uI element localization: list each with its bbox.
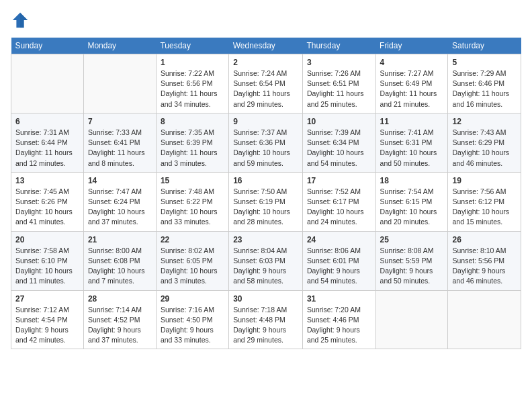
calendar-week-row: 13Sunrise: 7:45 AM Sunset: 6:26 PM Dayli… bbox=[11, 172, 521, 231]
day-number: 20 bbox=[15, 235, 79, 244]
day-number: 10 bbox=[307, 117, 371, 126]
day-number: 13 bbox=[15, 176, 79, 185]
day-info: Sunrise: 7:20 AM Sunset: 4:46 PM Dayligh… bbox=[307, 305, 371, 346]
calendar-cell: 24Sunrise: 8:06 AM Sunset: 6:01 PM Dayli… bbox=[302, 231, 375, 290]
calendar-week-row: 20Sunrise: 7:58 AM Sunset: 6:10 PM Dayli… bbox=[11, 231, 521, 290]
svg-marker-1 bbox=[20, 13, 28, 28]
calendar-cell: 28Sunrise: 7:14 AM Sunset: 4:52 PM Dayli… bbox=[83, 290, 156, 349]
day-info: Sunrise: 8:04 AM Sunset: 6:03 PM Dayligh… bbox=[233, 246, 298, 287]
calendar-cell: 6Sunrise: 7:31 AM Sunset: 6:44 PM Daylig… bbox=[11, 113, 84, 172]
day-number: 30 bbox=[233, 294, 298, 304]
day-number: 14 bbox=[88, 176, 152, 185]
weekday-header: Wednesday bbox=[229, 38, 303, 54]
weekday-header: Sunday bbox=[11, 38, 84, 54]
calendar-week-row: 27Sunrise: 7:12 AM Sunset: 4:54 PM Dayli… bbox=[11, 290, 521, 349]
day-info: Sunrise: 7:29 AM Sunset: 6:46 PM Dayligh… bbox=[452, 68, 517, 109]
calendar-cell bbox=[83, 54, 156, 113]
calendar-cell: 4Sunrise: 7:27 AM Sunset: 6:49 PM Daylig… bbox=[375, 54, 448, 113]
day-number: 19 bbox=[452, 176, 517, 185]
calendar-cell bbox=[11, 54, 84, 113]
day-info: Sunrise: 7:54 AM Sunset: 6:15 PM Dayligh… bbox=[380, 187, 444, 228]
weekday-header: Tuesday bbox=[156, 38, 228, 54]
day-number: 3 bbox=[307, 58, 371, 67]
calendar-cell: 11Sunrise: 7:41 AM Sunset: 6:31 PM Dayli… bbox=[375, 113, 448, 172]
calendar-week-row: 6Sunrise: 7:31 AM Sunset: 6:44 PM Daylig… bbox=[11, 113, 521, 172]
day-info: Sunrise: 7:16 AM Sunset: 4:50 PM Dayligh… bbox=[161, 305, 224, 346]
calendar-cell: 16Sunrise: 7:50 AM Sunset: 6:19 PM Dayli… bbox=[229, 172, 303, 231]
day-info: Sunrise: 8:10 AM Sunset: 5:56 PM Dayligh… bbox=[452, 246, 517, 287]
weekday-header: Saturday bbox=[448, 38, 521, 54]
page-header bbox=[11, 11, 521, 30]
day-number: 24 bbox=[307, 235, 371, 244]
day-number: 15 bbox=[161, 176, 224, 185]
day-number: 16 bbox=[233, 176, 298, 185]
day-number: 26 bbox=[452, 235, 517, 244]
calendar-cell: 10Sunrise: 7:39 AM Sunset: 6:34 PM Dayli… bbox=[302, 113, 375, 172]
day-number: 8 bbox=[161, 117, 224, 126]
logo bbox=[11, 11, 32, 30]
calendar-cell: 1Sunrise: 7:22 AM Sunset: 6:56 PM Daylig… bbox=[156, 54, 228, 113]
day-number: 23 bbox=[233, 235, 298, 244]
day-number: 1 bbox=[161, 58, 224, 67]
calendar-cell: 18Sunrise: 7:54 AM Sunset: 6:15 PM Dayli… bbox=[375, 172, 448, 231]
weekday-header: Friday bbox=[375, 38, 448, 54]
day-number: 2 bbox=[233, 58, 298, 67]
day-number: 12 bbox=[452, 117, 517, 126]
calendar-cell: 2Sunrise: 7:24 AM Sunset: 6:54 PM Daylig… bbox=[229, 54, 303, 113]
day-info: Sunrise: 7:58 AM Sunset: 6:10 PM Dayligh… bbox=[15, 246, 79, 287]
day-info: Sunrise: 8:08 AM Sunset: 5:59 PM Dayligh… bbox=[380, 246, 444, 287]
day-number: 25 bbox=[380, 235, 444, 244]
weekday-header: Monday bbox=[83, 38, 156, 54]
calendar-cell: 20Sunrise: 7:58 AM Sunset: 6:10 PM Dayli… bbox=[11, 231, 84, 290]
day-info: Sunrise: 7:12 AM Sunset: 4:54 PM Dayligh… bbox=[15, 305, 79, 346]
calendar-cell: 23Sunrise: 8:04 AM Sunset: 6:03 PM Dayli… bbox=[229, 231, 303, 290]
day-number: 28 bbox=[88, 294, 152, 304]
day-info: Sunrise: 7:52 AM Sunset: 6:17 PM Dayligh… bbox=[307, 187, 371, 228]
day-info: Sunrise: 8:02 AM Sunset: 6:05 PM Dayligh… bbox=[161, 246, 224, 287]
day-number: 11 bbox=[380, 117, 444, 126]
logo-icon bbox=[11, 11, 30, 30]
day-info: Sunrise: 7:47 AM Sunset: 6:24 PM Dayligh… bbox=[88, 187, 152, 228]
calendar-cell: 26Sunrise: 8:10 AM Sunset: 5:56 PM Dayli… bbox=[448, 231, 521, 290]
day-number: 18 bbox=[380, 176, 444, 185]
calendar-header-row: SundayMondayTuesdayWednesdayThursdayFrid… bbox=[11, 38, 521, 54]
day-info: Sunrise: 8:00 AM Sunset: 6:08 PM Dayligh… bbox=[88, 246, 152, 287]
calendar-week-row: 1Sunrise: 7:22 AM Sunset: 6:56 PM Daylig… bbox=[11, 54, 521, 113]
calendar-cell: 13Sunrise: 7:45 AM Sunset: 6:26 PM Dayli… bbox=[11, 172, 84, 231]
day-number: 6 bbox=[15, 117, 79, 126]
day-info: Sunrise: 7:14 AM Sunset: 4:52 PM Dayligh… bbox=[88, 305, 152, 346]
day-info: Sunrise: 8:06 AM Sunset: 6:01 PM Dayligh… bbox=[307, 246, 371, 287]
weekday-header: Thursday bbox=[302, 38, 375, 54]
day-info: Sunrise: 7:33 AM Sunset: 6:41 PM Dayligh… bbox=[88, 128, 152, 169]
day-info: Sunrise: 7:45 AM Sunset: 6:26 PM Dayligh… bbox=[15, 187, 79, 228]
day-info: Sunrise: 7:27 AM Sunset: 6:49 PM Dayligh… bbox=[380, 68, 444, 109]
day-number: 7 bbox=[88, 117, 152, 126]
calendar-table: SundayMondayTuesdayWednesdayThursdayFrid… bbox=[11, 38, 521, 349]
day-info: Sunrise: 7:37 AM Sunset: 6:36 PM Dayligh… bbox=[233, 128, 298, 169]
calendar-cell: 29Sunrise: 7:16 AM Sunset: 4:50 PM Dayli… bbox=[156, 290, 228, 349]
day-number: 27 bbox=[15, 294, 79, 304]
day-info: Sunrise: 7:39 AM Sunset: 6:34 PM Dayligh… bbox=[307, 128, 371, 169]
day-info: Sunrise: 7:18 AM Sunset: 4:48 PM Dayligh… bbox=[233, 305, 298, 346]
day-number: 9 bbox=[233, 117, 298, 126]
calendar-cell: 15Sunrise: 7:48 AM Sunset: 6:22 PM Dayli… bbox=[156, 172, 228, 231]
day-info: Sunrise: 7:41 AM Sunset: 6:31 PM Dayligh… bbox=[380, 128, 444, 169]
day-number: 17 bbox=[307, 176, 371, 185]
day-info: Sunrise: 7:56 AM Sunset: 6:12 PM Dayligh… bbox=[452, 187, 517, 228]
calendar-cell: 31Sunrise: 7:20 AM Sunset: 4:46 PM Dayli… bbox=[302, 290, 375, 349]
calendar-cell: 17Sunrise: 7:52 AM Sunset: 6:17 PM Dayli… bbox=[302, 172, 375, 231]
calendar-cell: 14Sunrise: 7:47 AM Sunset: 6:24 PM Dayli… bbox=[83, 172, 156, 231]
day-number: 21 bbox=[88, 235, 152, 244]
calendar-cell bbox=[375, 290, 448, 349]
day-info: Sunrise: 7:31 AM Sunset: 6:44 PM Dayligh… bbox=[15, 128, 79, 169]
calendar-cell: 30Sunrise: 7:18 AM Sunset: 4:48 PM Dayli… bbox=[229, 290, 303, 349]
calendar-cell: 22Sunrise: 8:02 AM Sunset: 6:05 PM Dayli… bbox=[156, 231, 228, 290]
calendar-cell: 19Sunrise: 7:56 AM Sunset: 6:12 PM Dayli… bbox=[448, 172, 521, 231]
day-number: 29 bbox=[161, 294, 224, 304]
calendar-cell: 12Sunrise: 7:43 AM Sunset: 6:29 PM Dayli… bbox=[448, 113, 521, 172]
calendar-cell: 27Sunrise: 7:12 AM Sunset: 4:54 PM Dayli… bbox=[11, 290, 84, 349]
calendar-cell: 5Sunrise: 7:29 AM Sunset: 6:46 PM Daylig… bbox=[448, 54, 521, 113]
day-number: 31 bbox=[307, 294, 371, 304]
day-info: Sunrise: 7:24 AM Sunset: 6:54 PM Dayligh… bbox=[233, 68, 298, 109]
day-info: Sunrise: 7:22 AM Sunset: 6:56 PM Dayligh… bbox=[161, 68, 224, 109]
